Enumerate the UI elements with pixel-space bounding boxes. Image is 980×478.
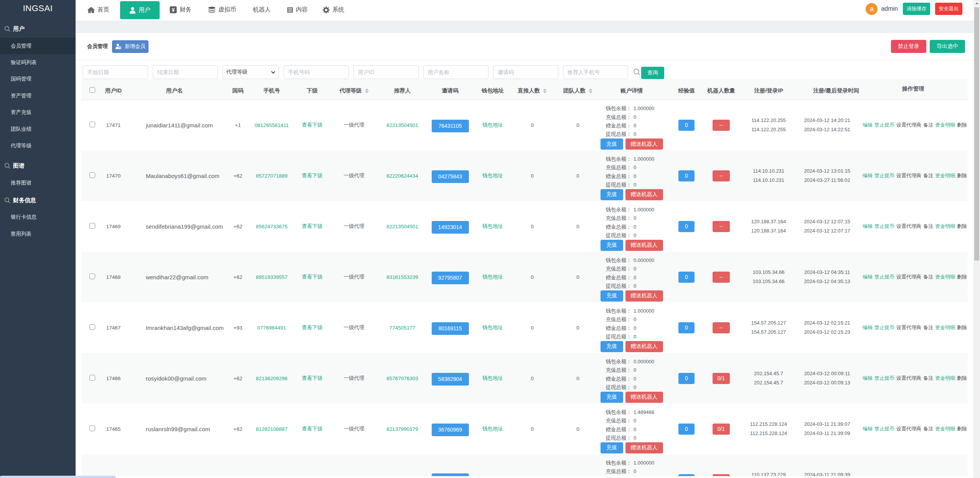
nav-item-5[interactable]: 内容 [287,0,308,20]
nav-item-3[interactable]: 虚拟币 [208,0,236,20]
op-delete-link[interactable]: 删除 [957,375,967,382]
row-checkbox[interactable] [89,425,95,431]
nav-item-1[interactable]: 用户 [120,1,160,19]
wallet-address-link[interactable]: 钱包地址 [482,122,503,128]
sidebar-group-header[interactable]: 用户 [0,21,76,36]
experience-badge[interactable]: 0 [678,272,695,283]
vertical-scrollbar[interactable] [973,0,980,478]
cell-referrer[interactable]: 82137990179 [378,404,426,454]
cell-phone[interactable]: 85624733675 [254,201,292,252]
nav-item-6[interactable]: 系统 [323,0,344,20]
op-remark-link[interactable]: 备注 [923,274,933,280]
query-button[interactable]: 查询 [641,67,664,79]
sidebar-item-0-6[interactable]: 代理等级 [0,137,76,154]
wallet-address-link[interactable]: 钱包地址 [482,375,503,381]
cell-phone[interactable]: 82136209298 [254,353,292,404]
op-delete-link[interactable]: 删除 [957,223,967,230]
sort-icon[interactable] [589,89,592,93]
recharge-button[interactable]: 充值 [601,341,623,352]
export-selected-button[interactable]: 导出选中 [930,40,965,53]
wallet-address-link[interactable]: 钱包地址 [482,426,503,432]
view-subordinates-link[interactable]: 查看下级 [302,122,323,128]
wallet-address-link[interactable]: 钱包地址 [482,274,503,280]
end-date-input[interactable] [153,65,218,79]
sidebar-group-header[interactable]: 图谱 [0,158,76,174]
give-robot-button[interactable]: 赠送机器人 [625,341,663,352]
op-edit-link[interactable]: 编辑 [863,375,873,382]
recharge-button[interactable]: 充值 [601,290,623,302]
view-subordinates-link[interactable]: 查看下级 [302,426,323,432]
op-edit-link[interactable]: 编辑 [863,324,873,331]
clear-cache-button[interactable]: 清除缓存 [903,3,930,15]
cell-referrer[interactable]: 774505177 [378,302,426,353]
sidebar-item-0-3[interactable]: 资产管理 [0,87,76,104]
ban-login-button[interactable]: 禁止登录 [891,40,926,53]
invite-code-badge[interactable]: 80169115 [432,322,469,335]
cell-referrer[interactable]: 82213504501 [378,100,426,150]
vertical-scrollbar-thumb[interactable] [974,7,979,260]
give-robot-button[interactable]: 赠送机器人 [625,290,663,302]
cell-referrer[interactable]: 82213504501 [378,201,426,252]
op-funds-detail-link[interactable]: 资金明细 [935,375,955,382]
wallet-address-link[interactable]: 钱包地址 [482,223,503,229]
experience-badge[interactable]: 0 [678,170,695,181]
cell-phone[interactable]: 85727071889 [254,150,292,201]
row-checkbox[interactable] [89,274,95,279]
op-ban-withdraw-link[interactable]: 禁止提币 [874,324,894,331]
sidebar-item-0-2[interactable]: 国码管理 [0,71,76,87]
op-remark-link[interactable]: 备注 [923,172,933,179]
sidebar-item-0-5[interactable]: 团队业绩 [0,121,76,138]
recharge-button[interactable]: 充值 [601,138,623,150]
op-remark-link[interactable]: 备注 [923,122,933,129]
give-robot-button[interactable]: 赠送机器人 [625,240,663,251]
select-all-checkbox[interactable] [89,87,95,93]
horizontal-scrollbar-thumb[interactable] [0,476,116,478]
op-edit-link[interactable]: 编辑 [863,223,873,230]
nav-item-2[interactable]: ¥财务 [170,0,191,20]
op-funds-detail-link[interactable]: 资金明细 [935,274,955,280]
op-ban-withdraw-link[interactable]: 禁止提币 [874,122,894,129]
cell-phone[interactable]: 0776984491 [254,302,292,353]
view-subordinates-link[interactable]: 查看下级 [302,375,323,381]
op-remark-link[interactable]: 备注 [923,223,933,230]
op-set-agent-link[interactable]: 设置代理商 [896,425,921,432]
experience-badge[interactable]: 0 [678,120,695,131]
op-funds-detail-link[interactable]: 资金明细 [935,122,955,129]
wallet-address-link[interactable]: 钱包地址 [482,173,503,178]
row-checkbox[interactable] [89,375,95,381]
user-name-input[interactable] [423,65,488,79]
header-direct-count[interactable]: 直推人数 [512,79,555,100]
op-edit-link[interactable]: 编辑 [863,274,873,280]
view-subordinates-link[interactable]: 查看下级 [302,274,323,280]
invite-code-badge[interactable]: 14923014 [432,221,469,234]
view-subordinates-link[interactable]: 查看下级 [302,325,323,330]
sidebar-item-1-0[interactable]: 推荐图谱 [0,175,76,191]
op-set-agent-link[interactable]: 设置代理商 [896,274,921,280]
cell-phone[interactable]: 89519339557 [254,252,292,302]
nav-item-0[interactable]: 首页 [87,0,109,20]
header-agent-level[interactable]: 代理等级 [333,79,378,100]
view-subordinates-link[interactable]: 查看下级 [302,223,323,229]
row-checkbox[interactable] [89,122,95,127]
op-funds-detail-link[interactable]: 资金明细 [935,172,955,179]
invite-code-badge[interactable]: 36760969 [432,424,469,436]
cell-referrer[interactable]: 83161553239 [378,252,426,302]
op-ban-withdraw-link[interactable]: 禁止提币 [874,425,894,432]
robot-count-badge[interactable]: -- [713,170,730,181]
start-date-input[interactable] [83,65,148,79]
invite-code-badge[interactable]: 76431105 [432,120,469,132]
row-checkbox[interactable] [89,324,95,330]
robot-count-badge[interactable]: 0/1 [713,373,730,384]
robot-count-badge[interactable]: -- [713,322,730,333]
op-set-agent-link[interactable]: 设置代理商 [896,172,921,179]
cell-referrer[interactable] [378,454,426,478]
recharge-button[interactable]: 充值 [601,442,623,453]
add-member-button[interactable]: 新增会员 [112,40,148,53]
invite-code-badge[interactable]: 92795807 [432,272,469,284]
op-ban-withdraw-link[interactable]: 禁止提币 [874,375,894,382]
op-remark-link[interactable]: 备注 [923,375,933,382]
op-edit-link[interactable]: 编辑 [863,172,873,179]
nav-item-4[interactable]: 机器人 [253,0,271,20]
row-checkbox[interactable] [89,223,95,229]
agent-level-select[interactable]: 代理等级 [223,65,279,79]
